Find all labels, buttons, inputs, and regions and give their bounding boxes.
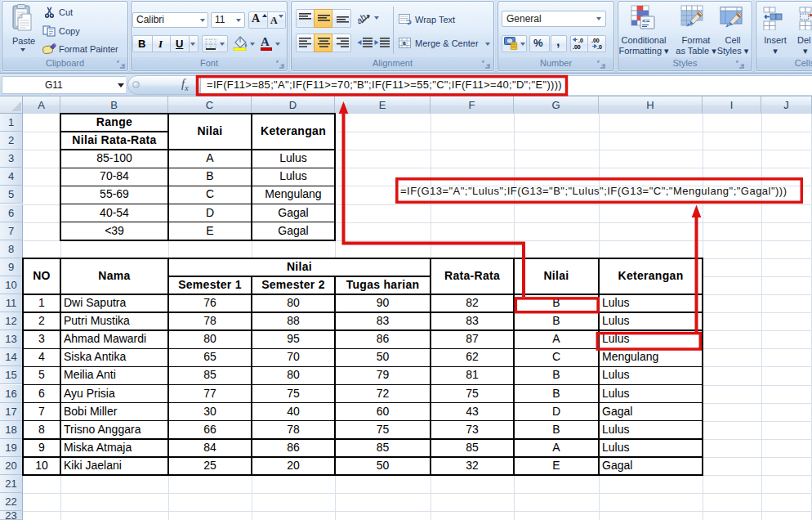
- svg-text:=IF(G13="A";"Lulus";IF(G13="B": =IF(G13="A";"Lulus";IF(G13="B";"Lulus";I…: [400, 185, 787, 197]
